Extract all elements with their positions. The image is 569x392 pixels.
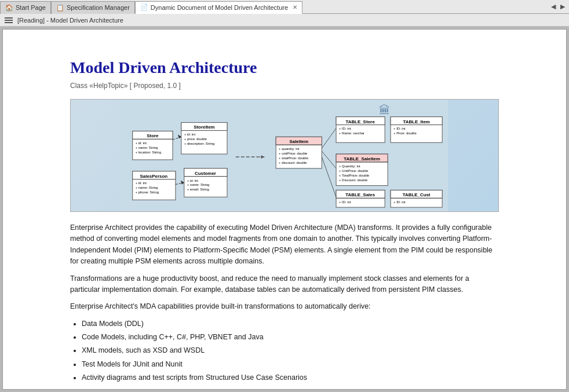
svg-text:+ phone: String: + phone: String	[136, 190, 159, 194]
svg-text:SalesPerson: SalesPerson	[140, 174, 168, 179]
svg-text:+ UnitPrice: double: + UnitPrice: double	[339, 169, 369, 173]
svg-text:+ id: int: + id: int	[187, 179, 199, 182]
svg-text:+ Discount: double: + Discount: double	[339, 178, 368, 182]
status-bar: [Reading] - Model Driven Architecture	[0, 14, 569, 27]
spec-manager-icon: 📋	[56, 3, 64, 12]
diagram-image: Store + id: int + name: String + locatio…	[70, 99, 499, 212]
document-scroll-area[interactable]: Model Driven Architecture Class «HelpTop…	[2, 29, 567, 390]
spec-manager-label: Specification Manager	[67, 4, 130, 11]
document-panel: Model Driven Architecture Class «HelpTop…	[0, 27, 569, 392]
svg-text:TABLE_SaleItem: TABLE_SaleItem	[344, 156, 380, 162]
document-body: Enterprise Architect provides the capabi…	[70, 222, 499, 384]
svg-text:+ name: String: + name: String	[136, 186, 158, 189]
menu-button[interactable]	[3, 16, 14, 24]
list-item: Activity diagrams and test scripts from …	[82, 372, 499, 383]
tab-spec-manager[interactable]: 📋 Specification Manager	[51, 1, 135, 14]
nav-forward-button[interactable]: ▶	[559, 3, 567, 10]
list-item: Code Models, including C++, C#, PHP, VBN…	[82, 332, 499, 343]
svg-text:Store: Store	[147, 133, 159, 138]
tab-nav: ◀ ▶	[549, 3, 569, 10]
document-content: Model Driven Architecture Class «HelpTop…	[24, 30, 545, 390]
dynamic-doc-label: Dynamic Document of Model Driven Archite…	[151, 4, 288, 11]
svg-text:TABLE_Store: TABLE_Store	[345, 119, 375, 124]
svg-text:+ ID: int: + ID: int	[339, 200, 351, 204]
status-text: [Reading] - Model Driven Architecture	[17, 17, 123, 24]
svg-text:+ name: String: + name: String	[187, 183, 210, 186]
svg-text:+ location: String: + location: String	[136, 151, 161, 154]
list-item: Test Models for JUnit and Nunit	[82, 359, 499, 370]
svg-text:+ totalPrice: double: + totalPrice: double	[279, 156, 309, 160]
svg-text:+ ID: int: + ID: int	[339, 127, 351, 130]
svg-text:StoreItem: StoreItem	[194, 124, 214, 130]
svg-text:+ quantity: int: + quantity: int	[279, 147, 300, 151]
svg-text:+ Price: double: + Price: double	[393, 131, 417, 135]
svg-text:+ discount: double: + discount: double	[279, 161, 307, 164]
svg-text:+ price: double: + price: double	[184, 137, 207, 141]
nav-back-button[interactable]: ◀	[549, 3, 557, 10]
svg-text:TABLE_Item: TABLE_Item	[403, 119, 429, 124]
svg-text:+ description: String: + description: String	[184, 142, 215, 145]
paragraph-2: Transformations are a huge productivity …	[70, 273, 499, 296]
svg-text:+ id: int: + id: int	[136, 181, 147, 185]
tab-dynamic-doc[interactable]: 📄 Dynamic Document of Model Driven Archi…	[135, 1, 302, 14]
svg-text:+ id: int: + id: int	[184, 133, 196, 136]
start-page-label: Start Page	[16, 4, 46, 11]
start-page-icon: 🏠	[5, 3, 13, 12]
list-item: XML models, such as XSD and WSDL	[82, 345, 499, 356]
main-area: Model Driven Architecture Class «HelpTop…	[0, 27, 569, 392]
svg-text:+ id: int: + id: int	[136, 141, 147, 145]
svg-text:+ TotalPrice: double: + TotalPrice: double	[339, 174, 370, 177]
tab-bar: 🏠 Start Page 📋 Specification Manager 📄 D…	[0, 0, 569, 14]
svg-text:🏛: 🏛	[379, 104, 391, 116]
list-item: Data Models (DDL)	[82, 318, 499, 329]
document-title: Model Driven Architecture	[70, 58, 499, 77]
svg-text:SaleItem: SaleItem	[289, 139, 308, 144]
svg-text:Customer: Customer	[195, 171, 216, 176]
uml-svg: Store + id: int + name: String + locatio…	[71, 100, 498, 211]
svg-text:TABLE_Cust: TABLE_Cust	[403, 192, 431, 197]
svg-text:+ ID: int: + ID: int	[393, 127, 406, 130]
svg-text:+ Name: varchar: + Name: varchar	[339, 131, 364, 135]
document-meta: Class «HelpTopic» [ Proposed, 1.0 ]	[70, 82, 499, 90]
tab-start-page[interactable]: 🏠 Start Page	[0, 1, 51, 14]
paragraph-1: Enterprise Architect provides the capabi…	[70, 222, 499, 268]
svg-text:+ email: String: + email: String	[187, 188, 209, 191]
tab-close-button[interactable]: ✕	[293, 4, 297, 10]
bullet-list: Data Models (DDL) Code Models, including…	[82, 318, 499, 384]
svg-text:+ Quantity: int: + Quantity: int	[339, 164, 360, 168]
svg-text:TABLE_Sales: TABLE_Sales	[345, 192, 375, 197]
svg-text:+ ID: int: + ID: int	[393, 200, 406, 204]
svg-text:+ name: String: + name: String	[136, 146, 158, 149]
paragraph-3: Enterprise Architect's MDA capabilities …	[70, 301, 499, 312]
dynamic-doc-icon: 📄	[140, 3, 148, 12]
svg-text:+ unitPrice: double: + unitPrice: double	[279, 152, 308, 155]
